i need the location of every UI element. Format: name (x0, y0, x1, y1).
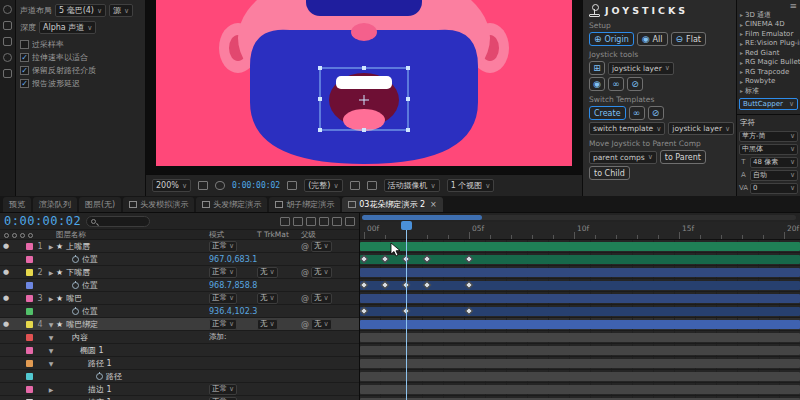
twirl-icon[interactable]: ▸ (740, 21, 743, 28)
draft-3d-icon[interactable] (293, 217, 303, 226)
effects-category[interactable]: ▸Rowbyte (737, 77, 800, 87)
transparency-grid-icon[interactable] (367, 181, 377, 190)
parent-dropdown[interactable]: @无∨ (301, 267, 359, 278)
playhead-handle[interactable] (401, 221, 412, 230)
label-color-chip[interactable] (24, 269, 34, 276)
track-row[interactable] (360, 266, 800, 279)
close-icon[interactable]: × (430, 200, 437, 209)
trkmat-dropdown[interactable]: 无∨ (257, 267, 301, 278)
tab-2[interactable]: 图层(无) (79, 197, 121, 212)
navigator-thumb[interactable] (362, 215, 482, 220)
twirl-icon[interactable]: ▶ (46, 295, 56, 302)
twirl-icon[interactable]: ▶ (46, 269, 56, 276)
label-color-chip[interactable] (24, 321, 34, 328)
comp-mini-flowchart-icon[interactable] (280, 217, 290, 226)
parent-dropdown[interactable]: @无∨ (301, 293, 359, 304)
duration-bar[interactable] (360, 242, 800, 251)
effects-category[interactable]: ▸CINEMA 4D (737, 20, 800, 30)
blend-mode-dropdown[interactable]: 正常∨ (209, 293, 257, 304)
buttcapper-item[interactable]: ButtCapper∨ (739, 98, 798, 110)
font-style-dropdown[interactable]: 中黑体∨ (739, 144, 798, 155)
channel-layout-dropdown[interactable]: 5 毫巴(4)∨ (55, 4, 106, 17)
layer-name[interactable]: ★嘴巴 (56, 293, 209, 304)
parent-dropdown[interactable]: @无∨ (301, 241, 359, 252)
parent-header[interactable]: 父级 (301, 230, 359, 240)
switch-template-dropdown[interactable]: switch template∨ (589, 122, 665, 135)
layer-name-header[interactable]: 图层名称 (56, 230, 209, 240)
track-row[interactable] (360, 396, 800, 400)
layer-name[interactable]: 填充 1 (56, 397, 209, 400)
snapshot-camera-icon[interactable] (287, 181, 297, 190)
tab-6[interactable]: 03花朵绑定演示 2× (342, 197, 443, 212)
layer-name[interactable]: 位置 (56, 254, 209, 265)
layer-name[interactable]: ★嘴巴绑定 (56, 319, 209, 330)
timeline-row[interactable]: 位置968.7,858.8 (0, 279, 359, 292)
twirl-icon[interactable]: ▼ (46, 321, 56, 328)
label-color-chip[interactable] (24, 386, 34, 393)
checkbox[interactable] (20, 40, 29, 49)
blend-mode-dropdown[interactable]: 正常∨ (209, 241, 257, 252)
timeline-row[interactable]: ▶描边 1正常∨ (0, 383, 359, 396)
alpha-channel-dropdown[interactable]: Alpha 声道∨ (39, 21, 96, 34)
origin-button[interactable]: ⊕Origin (589, 32, 634, 46)
add-button[interactable]: 添加: (209, 332, 227, 342)
effects-category[interactable]: ▸RG Magic Bullet (737, 58, 800, 68)
timeline-row[interactable]: ▶填充 1正常∨ (0, 396, 359, 400)
twirl-icon[interactable]: ▸ (740, 87, 743, 94)
zoom-dropdown[interactable]: 200%∨ (152, 179, 191, 192)
label-color-chip[interactable] (24, 243, 34, 250)
mute-icon[interactable] (3, 21, 12, 30)
tab-3[interactable]: 头发模拟演示 (123, 197, 194, 212)
checkbox[interactable]: ✓ (20, 66, 29, 75)
track-row[interactable] (360, 305, 800, 318)
twirl-icon[interactable]: ▼ (46, 347, 56, 354)
template-link-button[interactable]: ∞ (629, 106, 645, 120)
pickwhip-icon[interactable]: @ (301, 320, 309, 329)
twirl-icon[interactable]: ▸ (740, 40, 743, 47)
layer-name[interactable]: 路径 1 (56, 358, 209, 369)
frame-blending-icon[interactable] (319, 217, 329, 226)
track-row[interactable] (360, 383, 800, 396)
layer-name[interactable]: 椭圆 1 (56, 345, 209, 356)
bind-tool-button[interactable]: ◉ (589, 77, 605, 91)
label-color-chip[interactable] (24, 256, 34, 263)
effects-category[interactable]: ▸Film Emulator (737, 29, 800, 39)
viewer-timecode[interactable]: 0:00:00:02 (232, 181, 280, 190)
joystick-layer-dropdown-2[interactable]: joystick layer∨ (668, 122, 734, 135)
hide-shy-layers-icon[interactable] (306, 217, 316, 226)
duration-bar[interactable] (360, 346, 800, 355)
twirl-icon[interactable]: ▸ (740, 78, 743, 85)
timeline-row[interactable]: 路径 (0, 370, 359, 383)
trkmat-dropdown[interactable]: 无∨ (257, 319, 301, 330)
checkbox[interactable]: ✓ (20, 53, 29, 62)
track-row[interactable] (360, 240, 800, 253)
visibility-eye-icon[interactable]: ● (0, 320, 12, 328)
region-of-interest-icon[interactable] (350, 181, 360, 190)
time-ruler[interactable]: 00f05f10f15f20f (360, 222, 800, 240)
label-color-chip[interactable] (24, 347, 34, 354)
pickwhip-icon[interactable]: @ (301, 294, 309, 303)
panel-menu-icon[interactable]: ≡ (789, 1, 797, 9)
twirl-icon[interactable]: ▼ (46, 360, 56, 367)
track-row[interactable] (360, 331, 800, 344)
label-color-chip[interactable] (24, 360, 34, 367)
duration-bar[interactable] (360, 320, 800, 329)
layer-name[interactable]: 位置 (56, 280, 209, 291)
current-timecode[interactable]: 0:00:00:02 (4, 214, 81, 228)
template-unlink-button[interactable]: ⊘ (648, 106, 664, 120)
font-family-dropdown[interactable]: 苹方-简∨ (739, 131, 798, 142)
layer-name[interactable]: 描边 1 (56, 384, 209, 395)
twirl-icon[interactable]: ▶ (46, 243, 56, 250)
mode-header[interactable]: 模式 (209, 230, 257, 240)
graph-editor-icon[interactable] (345, 217, 355, 226)
visibility-eye-icon[interactable]: ● (0, 268, 12, 276)
twirl-icon[interactable]: ▸ (740, 30, 743, 37)
effects-category[interactable]: ▸3D 通道 (737, 10, 800, 20)
effects-category[interactable]: ▸RE:Vision Plug-ins (737, 39, 800, 49)
composition-canvas[interactable] (156, 0, 572, 166)
track-row[interactable] (360, 253, 800, 266)
grid-guides-icon[interactable] (198, 181, 208, 190)
duration-bar[interactable] (360, 294, 800, 303)
leading-dropdown[interactable]: 自动∨ (750, 170, 798, 181)
search-input[interactable] (98, 217, 138, 226)
